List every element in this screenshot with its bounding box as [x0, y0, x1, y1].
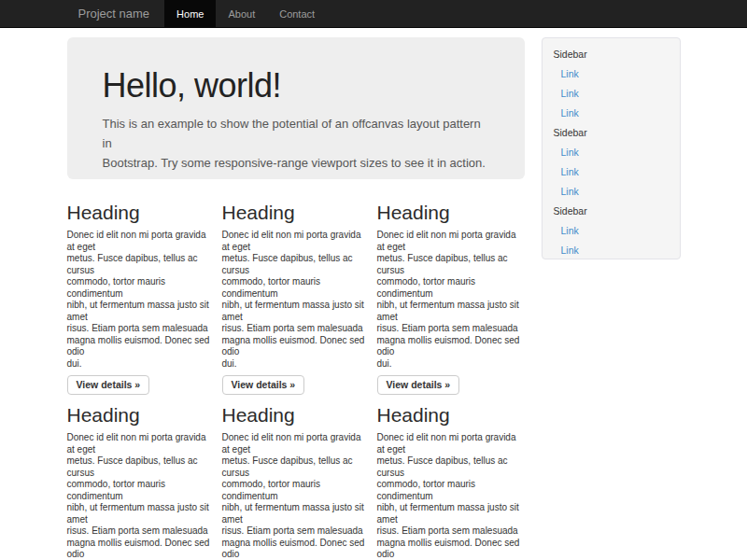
card-body-text: Donec id elit non mi porta gravida at eg…: [67, 432, 215, 560]
sidebar-heading: Sidebar: [543, 123, 680, 143]
cards-row-1: Heading Donec id elit non mi porta gravi…: [67, 202, 525, 395]
sidebar: Sidebar Link Link Link Sidebar Link Link…: [542, 37, 681, 259]
card-body-text: Donec id elit non mi porta gravida at eg…: [222, 230, 370, 370]
card-heading: Heading: [377, 202, 525, 223]
view-details-button[interactable]: View details »: [377, 375, 460, 395]
navbar-brand[interactable]: Project name: [67, 0, 162, 28]
content-card: Heading Donec id elit non mi porta gravi…: [377, 404, 525, 560]
sidebar-heading: Sidebar: [543, 45, 680, 64]
sidebar-group-2: Sidebar Link Link Link: [543, 123, 680, 202]
nav-item-contact[interactable]: Contact: [267, 0, 327, 28]
sidebar-link[interactable]: Link: [543, 162, 680, 182]
sidebar-link[interactable]: Link: [543, 104, 680, 123]
sidebar-heading: Sidebar: [543, 202, 680, 221]
content-card: Heading Donec id elit non mi porta gravi…: [377, 202, 525, 395]
content-card: Heading Donec id elit non mi porta gravi…: [67, 404, 215, 560]
card-heading: Heading: [67, 202, 215, 223]
card-heading: Heading: [222, 202, 370, 223]
page-container: Hello, world! This is an example to show…: [67, 37, 681, 560]
navbar-menu: Home About Contact: [164, 0, 327, 28]
card-body-text: Donec id elit non mi porta gravida at eg…: [377, 230, 525, 370]
content-card: Heading Donec id elit non mi porta gravi…: [222, 202, 370, 395]
view-details-button[interactable]: View details »: [67, 375, 150, 395]
card-heading: Heading: [377, 404, 525, 426]
sidebar-link[interactable]: Link: [543, 64, 680, 84]
sidebar-group-3: Sidebar Link Link: [543, 202, 680, 260]
card-heading: Heading: [67, 404, 215, 426]
card-body-text: Donec id elit non mi porta gravida at eg…: [222, 432, 370, 560]
sidebar-group-1: Sidebar Link Link Link: [543, 45, 680, 123]
jumbotron: Hello, world! This is an example to show…: [67, 37, 525, 179]
nav-item-about[interactable]: About: [216, 0, 267, 28]
sidebar-link[interactable]: Link: [543, 143, 680, 162]
card-heading: Heading: [222, 404, 370, 426]
content-card: Heading Donec id elit non mi porta gravi…: [67, 202, 215, 395]
sidebar-link[interactable]: Link: [543, 182, 680, 202]
page-title: Hello, world!: [103, 67, 489, 105]
sidebar-link[interactable]: Link: [543, 221, 680, 241]
nav-item-home[interactable]: Home: [164, 0, 216, 28]
card-body-text: Donec id elit non mi porta gravida at eg…: [377, 432, 525, 560]
sidebar-link[interactable]: Link: [543, 84, 680, 104]
top-navbar: Project name Home About Contact: [0, 0, 747, 28]
jumbotron-lead: This is an example to show the potential…: [103, 114, 489, 173]
content-card: Heading Donec id elit non mi porta gravi…: [222, 404, 370, 560]
card-body-text: Donec id elit non mi porta gravida at eg…: [67, 230, 215, 370]
sidebar-link[interactable]: Link: [543, 241, 680, 260]
view-details-button[interactable]: View details »: [222, 375, 305, 395]
cards-row-2: Heading Donec id elit non mi porta gravi…: [67, 404, 525, 560]
main-content: Hello, world! This is an example to show…: [67, 37, 525, 560]
